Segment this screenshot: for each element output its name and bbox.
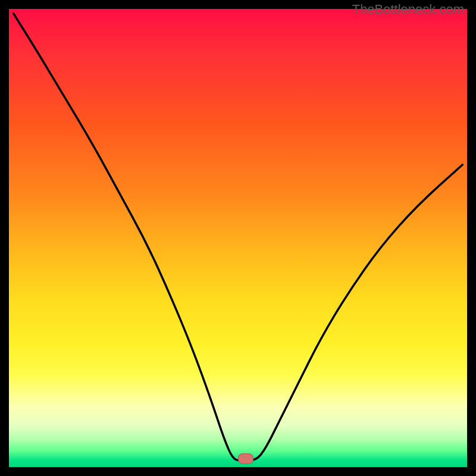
bottleneck-curve (9, 9, 467, 467)
optimal-marker (238, 453, 253, 464)
chart-area (9, 9, 467, 467)
watermark-text: TheBottleneck.com (352, 2, 464, 17)
